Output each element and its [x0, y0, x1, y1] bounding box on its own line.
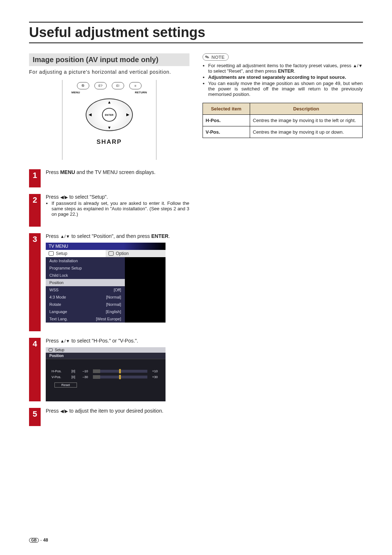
tvmenu-title: TV MENU — [46, 243, 166, 250]
up-down-arrows-icon: ▲/▼ — [60, 339, 70, 344]
remote-enter-button: ENTER — [102, 108, 117, 122]
arrow-right-icon: ▶ — [126, 112, 129, 117]
table-row: V-Pos. Centres the image by moving it up… — [203, 126, 363, 138]
up-down-arrows-icon: ▲/▼ — [353, 63, 363, 68]
page-number: 48 — [43, 538, 48, 543]
remote-dpad: ▲ ▼ ◀ ▶ ENTER — [82, 95, 136, 135]
description-table: Selected item Description H-Pos. Centres… — [203, 103, 363, 138]
tvmenu-row: Programme Setup — [46, 264, 125, 272]
reset-button: Reset — [54, 382, 77, 388]
tv-icon — [49, 251, 54, 256]
step-5-text: Press ◀/▶ to adjust the item to your des… — [46, 408, 189, 426]
step-3-text: Press ▲/▼ to select "Position", and then… — [46, 233, 189, 331]
hpos-slider — [93, 370, 147, 373]
remote-illustration: ⦿ E? E! ≡ MENU RETURN ▲ ▼ ◀ ▶ ENTER — [62, 80, 156, 160]
tvmenu-row: Auto Installation — [46, 257, 125, 264]
brand-logo: SHARP — [97, 138, 122, 146]
remote-small-button: E! — [112, 82, 124, 89]
tvmenu-tab-option: Option — [106, 250, 166, 257]
section-heading: Image position (AV input mode only) — [33, 56, 186, 64]
position-graphic-header: Setup — [46, 347, 166, 353]
arrow-up-icon: ▲ — [107, 100, 111, 104]
arrow-down-icon: ▼ — [107, 125, 111, 130]
step-number-4: 4 — [29, 338, 41, 401]
note-badge: ✎ NOTE — [203, 53, 229, 61]
step-4-text: Press ▲/▼ to select "H-Pos." or "V-Pos."… — [46, 338, 189, 401]
position-graphic: Setup Position H-Pos. [0] –10 +10 — [46, 347, 166, 401]
table-header-desc: Description — [250, 103, 363, 115]
region-badge: GB — [29, 538, 39, 543]
table-row: H-Pos. Centres the image by moving it to… — [203, 115, 363, 126]
step-number-5: 5 — [29, 408, 41, 426]
notes-list: For resetting all adjustment items to th… — [203, 63, 363, 97]
step-number-2: 2 — [29, 194, 41, 227]
page-footer: GB - 48 — [29, 538, 48, 543]
section-heading-wrap: Image position (AV input mode only) — [29, 53, 189, 66]
tv-icon — [49, 348, 53, 352]
table-header-item: Selected item — [203, 103, 250, 115]
tvmenu-row: Language[English] — [46, 308, 125, 315]
tvmenu-row: Child Lock — [46, 272, 125, 279]
tvmenu-row-selected: Position — [46, 279, 125, 286]
tv-icon — [109, 251, 114, 256]
page-title: Useful adjustment settings — [29, 25, 363, 40]
position-row: V-Pos. [0] –30 +30 — [52, 375, 160, 379]
tvmenu-graphic: TV MENU Setup Option — [46, 243, 166, 323]
arrow-left-icon: ◀ — [89, 112, 91, 117]
tvmenu-tab-setup: Setup — [46, 250, 106, 257]
left-right-arrows-icon: ◀/▶ — [60, 195, 68, 200]
remote-return-label: RETURN — [135, 91, 147, 94]
step-2-text: Press ◀/▶ to select "Setup". If password… — [46, 194, 189, 227]
step-number-3: 3 — [29, 233, 41, 331]
note-icon: ✎ — [204, 53, 210, 60]
vpos-slider — [93, 376, 147, 378]
position-graphic-sub: Position — [46, 353, 166, 359]
left-right-arrows-icon: ◀/▶ — [60, 409, 68, 414]
tvmenu-row: 4:3 Mode[Normal] — [46, 293, 125, 301]
remote-menu-label: MENU — [72, 91, 80, 94]
intro-text: For adjusting a picture's horizontal and… — [29, 69, 189, 75]
position-row: H-Pos. [0] –10 +10 — [52, 369, 160, 373]
tvmenu-row: WSS[Off] — [46, 286, 125, 293]
remote-small-button: E? — [94, 82, 107, 89]
remote-small-button: ⦿ — [77, 82, 89, 89]
note-label: NOTE — [212, 54, 225, 60]
tvmenu-row: Rotate[Normal] — [46, 301, 125, 308]
step-1-text: Press MENU and the TV MENU screen displa… — [46, 169, 189, 187]
tvmenu-row: Text Lang.[West Europe] — [46, 315, 125, 323]
up-down-arrows-icon: ▲/▼ — [60, 234, 70, 239]
step-number-1: 1 — [29, 169, 41, 187]
remote-small-button: ≡ — [129, 82, 142, 89]
